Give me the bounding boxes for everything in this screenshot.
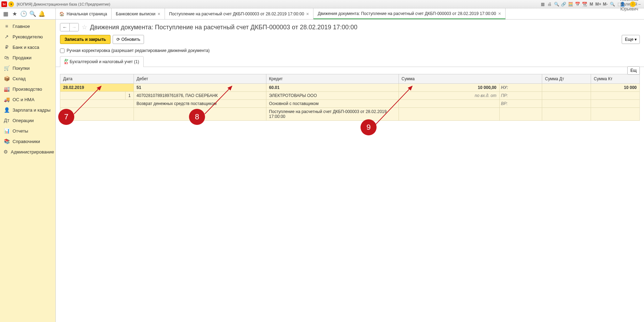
- sidebar-label: Продажи: [13, 55, 31, 60]
- cell-debit-detail: 40702810789189761876, ПАО СБЕРБАНК: [134, 92, 266, 100]
- cell-date: 28.02.2019: [60, 84, 134, 92]
- table-row[interactable]: Поступление на расчетный счет ДКБП-00000…: [60, 108, 640, 121]
- sidebar-label: ОС и НМА: [13, 97, 35, 102]
- calendar-icon[interactable]: 📅: [574, 1, 581, 7]
- search-icon[interactable]: 🔍: [553, 1, 560, 7]
- table-row[interactable]: Возврат денежных средств поставщиком Осн…: [60, 100, 640, 108]
- inner-tab-accounting[interactable]: ДтКт Бухгалтерский и налоговый учет (1): [60, 56, 144, 67]
- cell-empty: [591, 92, 640, 100]
- forward-button[interactable]: →: [69, 23, 78, 31]
- sidebar-label: Покупки: [13, 66, 30, 71]
- sidebar-item-bank[interactable]: ₽Банк и касса: [0, 42, 55, 52]
- manual-correction-row: Ручная корректировка (разрешает редактир…: [56, 47, 644, 56]
- page-header: ← → ☆ Движения документа: Поступление на…: [56, 20, 644, 33]
- search-icon[interactable]: 🔍: [29, 10, 36, 17]
- close-icon[interactable]: ×: [158, 11, 160, 17]
- table-row[interactable]: 1 40702810789189761876, ПАО СБЕРБАНК ЭЛЕ…: [60, 92, 640, 100]
- person-icon: 👤: [3, 107, 10, 113]
- star-icon[interactable]: ★: [11, 10, 18, 17]
- date-icon[interactable]: 📆: [581, 1, 588, 7]
- sidebar-item-hr[interactable]: 👤Зарплата и кадры: [0, 105, 55, 115]
- tab-item-1[interactable]: Поступление на расчетный счет ДКБП-00000…: [165, 8, 313, 19]
- sidebar: ≡Главное ↗Руководителю ₽Банк и касса 🛍Пр…: [0, 20, 56, 322]
- books-icon: 📚: [3, 138, 10, 144]
- m-button[interactable]: M: [588, 1, 594, 7]
- cell-credit-doc: Поступление на расчетный счет ДКБП-00000…: [266, 108, 399, 121]
- sidebar-item-reports[interactable]: 📊Отчеты: [0, 126, 55, 136]
- col-date: Дата: [60, 74, 134, 84]
- apps-icon[interactable]: ▦: [2, 10, 9, 17]
- dropdown-icon[interactable]: ▾: [8, 1, 14, 7]
- favorite-star-icon[interactable]: ☆: [82, 23, 87, 31]
- more-button[interactable]: Еще ▾: [622, 35, 640, 44]
- sidebar-item-sales[interactable]: 🛍Продажи: [0, 52, 55, 63]
- close-icon[interactable]: ×: [498, 11, 501, 16]
- quick-toolbar: ▦ ★ 🕒 🔍 🔔: [0, 8, 56, 19]
- refresh-button[interactable]: ⟳Обновить: [113, 35, 144, 44]
- m-plus-button[interactable]: M+: [595, 1, 601, 7]
- sidebar-item-warehouse[interactable]: 📦Склад: [0, 73, 55, 84]
- bell-icon[interactable]: 🔔: [38, 10, 45, 17]
- tab-bar: 🏠 Начальная страница Банковские выписки …: [56, 8, 644, 19]
- tab-item-2[interactable]: Движения документа: Поступление на расче…: [313, 8, 506, 19]
- tab-label: Начальная страница: [67, 12, 107, 16]
- sidebar-item-admin[interactable]: ⚙Администрирование: [0, 147, 55, 157]
- m-minus-button[interactable]: M-: [602, 1, 608, 7]
- bag-icon: 🛍: [3, 55, 10, 60]
- sidebar-label: Главное: [13, 24, 30, 29]
- link-icon[interactable]: 🔗: [560, 1, 567, 7]
- dtkt-icon: ДтКт: [65, 59, 68, 65]
- toolbar-row: ▦ ★ 🕒 🔍 🔔 🏠 Начальная страница Банковски…: [0, 8, 644, 20]
- content-area: ← → ☆ Движения документа: Поступление на…: [56, 20, 644, 322]
- sidebar-label: Банк и касса: [13, 45, 39, 50]
- tab-item-0[interactable]: Банковские выписки ×: [112, 8, 165, 19]
- cell-empty: [399, 108, 499, 121]
- table-row[interactable]: 28.02.2019 51 60.01 10 000,00 НУ: 10 000: [60, 84, 640, 92]
- refresh-icon: ⟳: [116, 37, 120, 42]
- tab-home[interactable]: 🏠 Начальная страница: [56, 8, 112, 19]
- menu-icon: ≡: [3, 23, 10, 29]
- table-more-button[interactable]: Ещ: [627, 66, 640, 75]
- col-sum-dt: Сумма Дт: [542, 74, 591, 84]
- tool-icon[interactable]: ▦: [539, 1, 546, 7]
- sidebar-item-assets[interactable]: 🚚ОС и НМА: [0, 94, 55, 105]
- inner-tabs: ДтКт Бухгалтерский и налоговый учет (1): [56, 56, 644, 67]
- sidebar-label: Отчеты: [13, 128, 28, 134]
- cell-empty: [60, 92, 126, 100]
- col-debit: Дебет: [134, 74, 266, 84]
- sidebar-item-operations[interactable]: ДтОперации: [0, 115, 55, 126]
- tab-label: Поступление на расчетный счет ДКБП-00000…: [169, 12, 304, 16]
- main-area: ≡Главное ↗Руководителю ₽Банк и касса 🛍Пр…: [0, 20, 644, 322]
- calc-icon[interactable]: 🧮: [567, 1, 574, 7]
- user-label[interactable]: 👤 Любимов Валерий Юрьевич: [623, 1, 629, 7]
- sidebar-label: Склад: [13, 76, 26, 81]
- sidebar-item-catalogs[interactable]: 📚Справочники: [0, 136, 55, 147]
- back-button[interactable]: ←: [60, 23, 69, 31]
- sidebar-item-production[interactable]: 🏭Производство: [0, 84, 55, 94]
- manual-correction-checkbox[interactable]: [60, 48, 65, 53]
- minimize-icon[interactable]: –: [636, 1, 643, 7]
- table-more-wrap: Ещ: [627, 66, 640, 75]
- history-icon[interactable]: 🕒: [20, 10, 27, 17]
- cell-sum-dt: [542, 84, 591, 92]
- sidebar-item-manager[interactable]: ↗Руководителю: [0, 31, 55, 42]
- sidebar-item-purchases[interactable]: 🛒Покупки: [0, 63, 55, 73]
- home-icon: 🏠: [59, 12, 65, 16]
- chart-icon: 📊: [3, 128, 10, 134]
- info-icon[interactable]: i: [630, 1, 636, 7]
- print-icon[interactable]: 🖨: [546, 1, 553, 7]
- cell-sum-kt: 10 000: [591, 84, 640, 92]
- window-title: [КОПИЯ] Демонстрационная база (1С:Предпр…: [17, 2, 539, 6]
- cell-credit-desc: Основной с поставщиком: [266, 100, 399, 108]
- page-title: Движения документа: Поступление на расче…: [90, 24, 357, 31]
- cell-empty: [60, 100, 134, 108]
- save-close-button[interactable]: Записать и закрыть: [60, 35, 111, 44]
- sidebar-item-main[interactable]: ≡Главное: [0, 21, 55, 31]
- cell-empty: [399, 100, 499, 108]
- cell-empty: [542, 100, 591, 108]
- action-bar: Записать и закрыть ⟳Обновить Еще ▾: [56, 33, 644, 47]
- sidebar-label: Администрирование: [11, 149, 54, 155]
- close-icon[interactable]: ×: [306, 11, 309, 17]
- cell-vr-label: ВР:: [499, 100, 542, 108]
- zoom-icon[interactable]: 🔍: [609, 1, 615, 7]
